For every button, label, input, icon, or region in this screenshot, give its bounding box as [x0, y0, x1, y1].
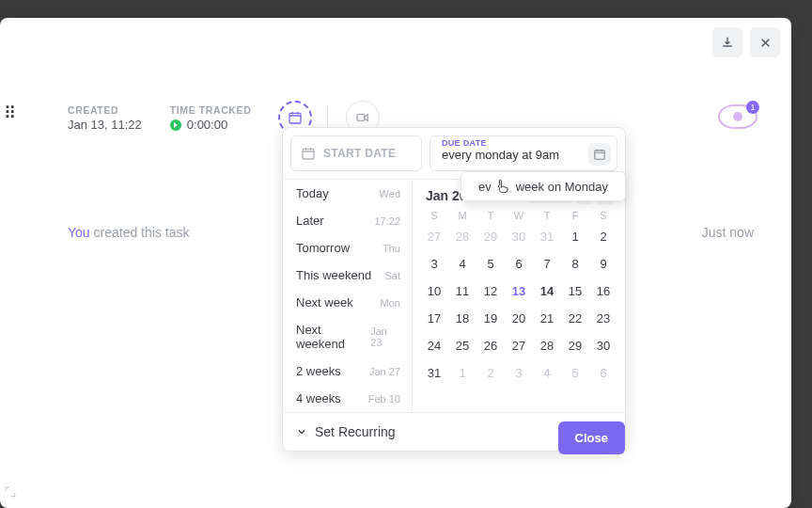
close-button[interactable] [750, 27, 780, 57]
start-date-label: START DATE [323, 147, 396, 160]
calendar-day[interactable]: 5 [561, 359, 589, 387]
meta-row: CREATED Jan 13, 11:22 TIME TRACKED 0:00:… [68, 104, 251, 132]
dow-cell: T [533, 210, 561, 221]
calendar-day[interactable]: 16 [589, 278, 617, 305]
calendar-day[interactable]: 3 [505, 359, 533, 387]
topbar [712, 27, 780, 57]
eye-pupil-icon [733, 112, 742, 121]
time-tracked-block: TIME TRACKED 0:00:00 [170, 104, 252, 132]
calendar-day[interactable]: 31 [420, 359, 448, 387]
nlp-suggestion[interactable]: ev week on Monday [461, 171, 626, 201]
preset-item[interactable]: This weekendSat [283, 262, 412, 289]
calendar-day[interactable]: 21 [533, 305, 561, 332]
watchers-count: 1 [746, 101, 759, 114]
created-value: Jan 13, 11:22 [68, 118, 142, 132]
svg-rect-3 [595, 151, 605, 159]
tracked-value: 0:00:00 [187, 118, 227, 132]
preset-item[interactable]: 2 weeksJan 27 [283, 357, 412, 385]
calendar-day[interactable]: 20 [505, 305, 533, 332]
svg-rect-0 [289, 113, 301, 123]
calendar-day[interactable]: 18 [448, 305, 476, 332]
dow-cell: T [476, 210, 505, 221]
dow-cell: M [448, 210, 476, 221]
drag-handle-icon[interactable]: ⠿ [4, 103, 14, 123]
activity-text: created this task [90, 225, 190, 240]
due-date-label: DUE DATE [442, 138, 487, 148]
svg-rect-2 [303, 149, 314, 159]
calendar-day[interactable]: 29 [561, 332, 589, 359]
calendar-day[interactable]: 28 [448, 223, 476, 250]
dow-cell: W [505, 210, 533, 221]
calendar-day[interactable]: 3 [420, 250, 448, 278]
calendar-day[interactable]: 27 [420, 223, 448, 250]
suggestion-prefix: ev [478, 180, 492, 194]
calendar-day[interactable]: 5 [476, 250, 505, 278]
calendar-day[interactable]: 28 [533, 332, 561, 359]
calendar-day[interactable]: 11 [448, 278, 476, 305]
close-picker-button[interactable]: Close [558, 421, 625, 454]
svg-rect-1 [357, 115, 365, 121]
activity-you: You [68, 225, 90, 240]
calendar: Jan 2021 TODAY ‹ › SMTWTFS 2728293031123… [413, 180, 625, 412]
dow-cell: S [589, 210, 617, 221]
dow-row: SMTWTFS [420, 210, 617, 221]
preset-item[interactable]: Next weekendJan 23 [283, 316, 412, 357]
calendar-day[interactable]: 31 [533, 223, 561, 250]
created-block: CREATED Jan 13, 11:22 [68, 104, 142, 132]
calendar-day[interactable]: 1 [561, 223, 589, 250]
fullscreen-icon[interactable] [4, 485, 17, 499]
days-grid: 2728293031123456789101112131415161718192… [420, 223, 617, 387]
calendar-day[interactable]: 29 [476, 223, 505, 250]
due-date-input[interactable] [442, 148, 609, 162]
created-label: CREATED [68, 104, 142, 116]
play-icon[interactable] [170, 119, 181, 131]
calendar-day[interactable]: 4 [448, 250, 476, 278]
dow-cell: F [561, 210, 589, 221]
calendar-day[interactable]: 25 [448, 332, 476, 359]
calendar-day[interactable]: 13 [505, 278, 533, 305]
dow-cell: S [420, 210, 448, 221]
calendar-day[interactable]: 2 [589, 223, 617, 250]
calendar-day[interactable]: 6 [589, 359, 617, 387]
calendar-day[interactable]: 14 [533, 278, 561, 305]
download-button[interactable] [712, 27, 742, 57]
presets-column: TodayWedLater17:22TomorrowThuThis weeken… [283, 180, 413, 412]
calendar-day[interactable]: 30 [505, 223, 533, 250]
preset-item[interactable]: Later17:22 [283, 207, 412, 234]
calendar-day[interactable]: 24 [420, 332, 448, 359]
calendar-day[interactable]: 15 [561, 278, 589, 305]
start-date-button[interactable]: START DATE [290, 135, 422, 171]
preset-item[interactable]: TomorrowThu [283, 234, 412, 262]
pointer-cursor-icon [495, 178, 512, 195]
suggestion-rest: week on Monday [516, 180, 608, 194]
calendar-day[interactable]: 2 [476, 359, 505, 387]
activity-time: Just now [702, 225, 754, 240]
calendar-day[interactable]: 6 [505, 250, 533, 278]
calendar-day[interactable]: 23 [589, 305, 617, 332]
watchers-eye[interactable]: 1 [718, 104, 757, 129]
calendar-day[interactable]: 17 [420, 305, 448, 332]
set-recurring-label: Set Recurring [315, 424, 396, 439]
preset-item[interactable]: Next weekMon [283, 289, 412, 316]
calendar-day[interactable]: 27 [505, 332, 533, 359]
due-date-cell[interactable]: DUE DATE [429, 135, 617, 171]
calendar-day[interactable]: 8 [561, 250, 589, 278]
calendar-day[interactable]: 1 [448, 359, 476, 387]
calendar-day[interactable]: 7 [533, 250, 561, 278]
calendar-day[interactable]: 9 [589, 250, 617, 278]
calendar-day[interactable]: 12 [476, 278, 505, 305]
preset-item[interactable]: 4 weeksFeb 10 [283, 385, 412, 412]
icon-separator [327, 106, 328, 129]
calendar-day[interactable]: 19 [476, 305, 505, 332]
calendar-day[interactable]: 30 [589, 332, 617, 359]
preset-item[interactable]: TodayWed [283, 180, 412, 207]
calendar-day[interactable]: 26 [476, 332, 505, 359]
calendar-icon[interactable] [588, 143, 611, 166]
calendar-day[interactable]: 10 [420, 278, 448, 305]
calendar-day[interactable]: 4 [533, 359, 561, 387]
tracked-label: TIME TRACKED [170, 104, 252, 116]
calendar-day[interactable]: 22 [561, 305, 589, 332]
